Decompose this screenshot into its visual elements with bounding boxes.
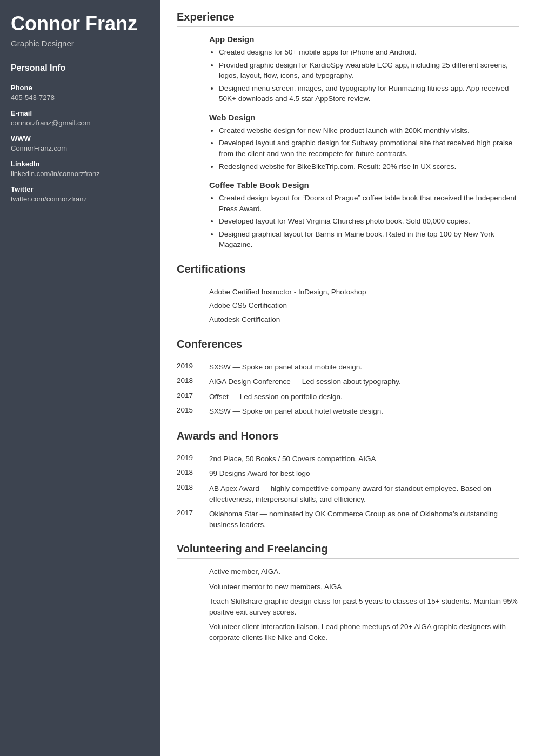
experience-heading: Experience (177, 11, 519, 27)
conference-year: 2018 (177, 376, 209, 384)
conferences-heading: Conferences (177, 338, 519, 354)
contact-item: E-mailconnorzfranz@gmail.com (11, 109, 150, 127)
conference-year: 2019 (177, 362, 209, 370)
conference-desc: SXSW — Spoke on panel about hotel websit… (209, 406, 519, 417)
conferences-list: 2019SXSW — Spoke on panel about mobile d… (177, 362, 519, 417)
experience-block: Coffee Table Book DesignCreated design l… (177, 180, 519, 250)
cert-item: Autodesk Certification (209, 314, 519, 325)
conference-desc: AIGA Design Conference — Led session abo… (209, 376, 519, 387)
conference-year: 2017 (177, 392, 209, 400)
contact-value: linkedin.com/in/connorzfranz (11, 170, 100, 178)
award-year: 2017 (177, 509, 209, 517)
award-desc: Oklahoma Star — nominated by OK Commerce… (209, 509, 519, 530)
exp-bullet-item: Redesigned website for BikeBikeTrip.com.… (219, 161, 519, 172)
exp-bullet-item: Designed graphical layout for Barns in M… (219, 229, 519, 250)
cert-item: Adobe Certified Instructor - InDesign, P… (209, 287, 519, 298)
cert-item: Adobe CS5 Certification (209, 300, 519, 311)
exp-bullet-list: Created designs for 50+ mobile apps for … (209, 47, 519, 104)
award-row: 20192nd Place, 50 Books / 50 Covers comp… (177, 454, 519, 464)
award-row: 2018AB Apex Award — highly competitive c… (177, 483, 519, 504)
exp-bullet-list: Created website design for new Nike prod… (209, 125, 519, 172)
experience-block: Web DesignCreated website design for new… (177, 113, 519, 172)
exp-block-title: Coffee Table Book Design (209, 180, 519, 190)
main-content: Experience App DesignCreated designs for… (160, 0, 535, 756)
award-year: 2019 (177, 454, 209, 462)
contact-label: E-mail (11, 109, 150, 117)
conference-row: 2019SXSW — Spoke on panel about mobile d… (177, 362, 519, 373)
personal-info-heading: Personal Info (11, 63, 150, 75)
award-year: 2018 (177, 483, 209, 491)
exp-bullet-item: Developed layout and graphic design for … (219, 138, 519, 159)
contact-value: ConnorFranz.com (11, 144, 67, 152)
contact-list: Phone405-543-7278E-mailconnorzfranz@gmai… (11, 84, 150, 203)
contact-item: LinkedInlinkedin.com/in/connorzfranz (11, 160, 150, 178)
conference-row: 2015SXSW — Spoke on panel about hotel we… (177, 406, 519, 417)
contact-label: LinkedIn (11, 160, 150, 168)
experience-section: Experience App DesignCreated designs for… (177, 11, 519, 250)
contact-item: Twittertwitter.com/connorzfranz (11, 185, 150, 203)
award-year: 2018 (177, 468, 209, 476)
vol-item: Volunteer client interaction liaison. Le… (209, 622, 519, 643)
candidate-name: Connor Franz (11, 13, 150, 35)
contact-value: 405-543-7278 (11, 93, 55, 102)
conference-row: 2018AIGA Design Conference — Led session… (177, 376, 519, 387)
contact-label: Phone (11, 84, 150, 92)
exp-block-title: Web Design (209, 113, 519, 122)
awards-list: 20192nd Place, 50 Books / 50 Covers comp… (177, 454, 519, 530)
volunteering-list: Active member, AIGA.Volunteer mentor to … (177, 566, 519, 643)
contact-label: WWW (11, 134, 150, 143)
exp-bullet-list: Created design layout for “Doors of Prag… (209, 193, 519, 250)
conference-desc: Offset — Led session on portfolio design… (209, 392, 519, 402)
vol-item: Teach Skillshare graphic design class fo… (209, 596, 519, 617)
awards-heading: Awards and Honors (177, 430, 519, 446)
award-row: 201899 Designs Award for best logo (177, 468, 519, 479)
certifications-heading: Certifications (177, 263, 519, 279)
exp-bullet-item: Designed menu screen, images, and typogr… (219, 83, 519, 104)
candidate-title: Graphic Designer (11, 39, 150, 48)
exp-bullet-item: Created designs for 50+ mobile apps for … (219, 47, 519, 58)
contact-item: Phone405-543-7278 (11, 84, 150, 102)
certifications-section: Certifications Adobe Certified Instructo… (177, 263, 519, 325)
exp-block-title: App Design (209, 35, 519, 44)
award-desc: 99 Designs Award for best logo (209, 468, 519, 479)
experience-blocks: App DesignCreated designs for 50+ mobile… (177, 35, 519, 250)
volunteering-section: Volunteering and Freelancing Active memb… (177, 543, 519, 643)
contact-value: connorzfranz@gmail.com (11, 119, 91, 127)
conference-row: 2017Offset — Led session on portfolio de… (177, 392, 519, 402)
exp-bullet-item: Created design layout for “Doors of Prag… (219, 193, 519, 214)
vol-item: Active member, AIGA. (209, 566, 519, 577)
conference-year: 2015 (177, 406, 209, 414)
award-row: 2017Oklahoma Star — nominated by OK Comm… (177, 509, 519, 530)
contact-label: Twitter (11, 185, 150, 193)
contact-item: WWWConnorFranz.com (11, 134, 150, 152)
volunteering-heading: Volunteering and Freelancing (177, 543, 519, 559)
experience-block: App DesignCreated designs for 50+ mobile… (177, 35, 519, 104)
conference-desc: SXSW — Spoke on panel about mobile desig… (209, 362, 519, 373)
sidebar: Connor Franz Graphic Designer Personal I… (0, 0, 160, 756)
award-desc: AB Apex Award — highly competitive compa… (209, 483, 519, 504)
awards-section: Awards and Honors 20192nd Place, 50 Book… (177, 430, 519, 530)
exp-bullet-item: Developed layout for West Virginia Churc… (219, 216, 519, 227)
exp-bullet-item: Created website design for new Nike prod… (219, 125, 519, 136)
award-desc: 2nd Place, 50 Books / 50 Covers competit… (209, 454, 519, 464)
conferences-section: Conferences 2019SXSW — Spoke on panel ab… (177, 338, 519, 417)
exp-bullet-item: Provided graphic design for KardioSpy we… (219, 60, 519, 81)
vol-item: Volunteer mentor to new members, AIGA (209, 582, 519, 592)
contact-value: twitter.com/connorzfranz (11, 195, 87, 203)
certifications-list: Adobe Certified Instructor - InDesign, P… (177, 287, 519, 325)
